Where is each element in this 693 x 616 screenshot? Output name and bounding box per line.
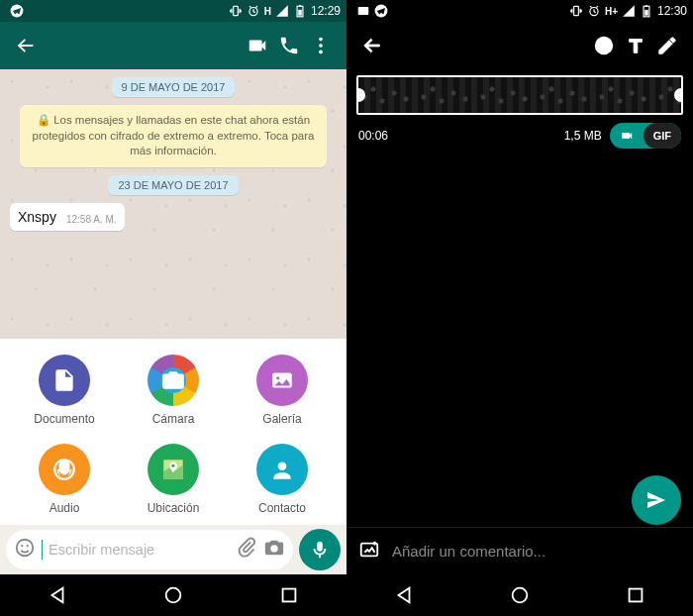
chat-area: 9 DE MAYO DE 2017 🔒 Los mensajes y llama… bbox=[0, 69, 346, 339]
video-duration: 00:06 bbox=[358, 129, 556, 143]
trim-info-row: 00:06 1,5 MB GIF bbox=[346, 115, 693, 149]
incoming-message[interactable]: Xnspy 12:58 A. M. bbox=[10, 203, 125, 231]
attach-audio[interactable]: Audio bbox=[10, 444, 119, 515]
status-time: 12:30 bbox=[657, 4, 687, 18]
svg-point-18 bbox=[166, 588, 181, 603]
svg-point-7 bbox=[319, 44, 323, 48]
input-placeholder: Escribir mensaje bbox=[49, 542, 230, 558]
svg-rect-32 bbox=[629, 589, 642, 602]
status-time: 12:29 bbox=[311, 4, 341, 18]
attach-icon[interactable] bbox=[236, 537, 257, 563]
alarm-icon bbox=[247, 4, 260, 18]
telegram-icon bbox=[10, 4, 24, 18]
caption-input-row[interactable]: Añadir un comentario... bbox=[346, 527, 693, 574]
svg-point-15 bbox=[17, 540, 34, 557]
phone-left-whatsapp-chat: H 12:29 9 DE MAYO DE 2017 🔒 Los mensajes… bbox=[0, 0, 346, 616]
nav-home-icon[interactable] bbox=[509, 584, 531, 606]
caption-placeholder: Añadir un comentario... bbox=[392, 543, 545, 560]
encryption-notice[interactable]: 🔒 Los mensajes y llamadas en este chat a… bbox=[20, 105, 327, 167]
menu-button[interactable] bbox=[305, 30, 337, 61]
location-icon bbox=[148, 444, 199, 495]
svg-rect-25 bbox=[644, 10, 648, 16]
svg-point-13 bbox=[171, 464, 174, 467]
svg-rect-20 bbox=[358, 7, 369, 15]
date-divider: 9 DE MAYO DE 2017 bbox=[112, 77, 236, 97]
network-type: H bbox=[264, 6, 271, 17]
send-button[interactable] bbox=[632, 475, 681, 525]
video-gif-toggle[interactable]: GIF bbox=[610, 123, 681, 149]
chat-header bbox=[0, 22, 346, 69]
svg-rect-4 bbox=[298, 10, 302, 16]
svg-point-10 bbox=[276, 376, 279, 379]
attachment-sheet: Documento Cámara Galería Audio Ubicación… bbox=[0, 339, 346, 525]
signal-icon bbox=[275, 4, 289, 18]
android-nav-bar bbox=[346, 574, 693, 616]
attach-contact[interactable]: Contacto bbox=[228, 444, 337, 515]
back-button[interactable] bbox=[356, 30, 388, 61]
contact-icon bbox=[256, 444, 308, 495]
battery-icon bbox=[293, 4, 307, 18]
nav-back-icon[interactable] bbox=[47, 584, 68, 606]
nav-home-icon[interactable] bbox=[162, 584, 184, 606]
svg-rect-19 bbox=[282, 589, 295, 602]
telegram-icon bbox=[374, 4, 388, 18]
message-input[interactable]: Escribir mensaje bbox=[6, 530, 293, 569]
message-time: 12:58 A. M. bbox=[66, 214, 117, 225]
phone-right-media-editor: H+ 12:30 00:06 1,5 MB GIF Añadir un co bbox=[346, 0, 693, 616]
svg-rect-26 bbox=[645, 5, 647, 6]
attach-gallery[interactable]: Galería bbox=[228, 355, 337, 426]
document-icon bbox=[39, 355, 90, 406]
draw-button[interactable] bbox=[651, 30, 683, 61]
svg-point-17 bbox=[27, 545, 29, 547]
status-bar: H+ 12:30 bbox=[346, 0, 693, 22]
nav-recent-icon[interactable] bbox=[278, 584, 300, 606]
message-text: Xnspy bbox=[18, 209, 56, 225]
camera-icon[interactable] bbox=[263, 537, 285, 563]
alarm-icon bbox=[587, 4, 601, 18]
gif-mode-label[interactable]: GIF bbox=[644, 123, 681, 149]
network-type: H+ bbox=[605, 6, 618, 17]
emoji-icon[interactable] bbox=[14, 537, 36, 563]
video-call-button[interactable] bbox=[242, 30, 273, 61]
image-icon bbox=[356, 4, 370, 18]
video-trim-track[interactable] bbox=[356, 75, 683, 115]
signal-icon bbox=[622, 4, 636, 18]
editor-body: 00:06 1,5 MB GIF bbox=[346, 69, 693, 527]
attach-location[interactable]: Ubicación bbox=[119, 444, 228, 515]
svg-point-29 bbox=[606, 43, 608, 45]
svg-point-6 bbox=[319, 38, 323, 42]
android-nav-bar bbox=[0, 574, 346, 616]
add-media-icon[interactable] bbox=[358, 539, 380, 565]
video-mode-icon[interactable] bbox=[610, 123, 644, 149]
svg-rect-30 bbox=[361, 543, 378, 556]
text-button[interactable] bbox=[620, 30, 651, 61]
gallery-icon bbox=[256, 355, 308, 406]
svg-rect-1 bbox=[233, 6, 238, 15]
attach-document[interactable]: Documento bbox=[10, 355, 119, 426]
status-bar: H 12:29 bbox=[0, 0, 346, 22]
back-button[interactable] bbox=[10, 30, 42, 61]
vibrate-icon bbox=[229, 4, 243, 18]
svg-point-27 bbox=[596, 38, 613, 54]
nav-recent-icon[interactable] bbox=[625, 584, 646, 606]
battery-icon bbox=[640, 4, 653, 18]
svg-rect-5 bbox=[299, 5, 301, 6]
vibrate-icon bbox=[569, 4, 583, 18]
svg-point-28 bbox=[600, 43, 602, 45]
message-input-row: Escribir mensaje bbox=[0, 525, 346, 574]
svg-point-16 bbox=[21, 545, 23, 547]
trim-handle-right[interactable] bbox=[674, 88, 683, 102]
nav-back-icon[interactable] bbox=[393, 584, 415, 606]
video-size: 1,5 MB bbox=[564, 129, 602, 143]
svg-rect-22 bbox=[574, 6, 579, 15]
emoji-button[interactable] bbox=[588, 30, 620, 61]
date-divider: 23 DE MAYO DE 2017 bbox=[108, 175, 238, 195]
svg-point-8 bbox=[319, 51, 323, 54]
svg-point-14 bbox=[278, 462, 287, 470]
voice-call-button[interactable] bbox=[273, 30, 305, 61]
audio-icon bbox=[39, 444, 90, 495]
editor-header bbox=[346, 22, 693, 69]
mic-button[interactable] bbox=[299, 529, 341, 570]
attach-camera[interactable]: Cámara bbox=[119, 355, 228, 426]
svg-point-31 bbox=[513, 588, 528, 603]
